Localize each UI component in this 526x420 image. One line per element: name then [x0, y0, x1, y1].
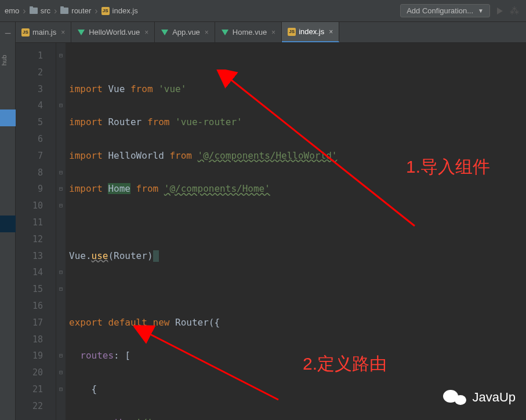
tab-app[interactable]: App.vue ×	[155, 22, 215, 42]
tab-mainjs[interactable]: JS main.js ×	[16, 22, 71, 42]
breadcrumb-item-file[interactable]: JS index.js	[99, 6, 140, 15]
left-sidebar: hub	[0, 43, 16, 420]
line-number: 5	[16, 114, 56, 131]
svg-line-1	[229, 78, 415, 226]
chevron-down-icon: ▼	[478, 8, 484, 14]
tab-label: index.js	[299, 27, 324, 36]
toolbar-right: Add Configuration... ▼ ⁂	[400, 4, 526, 17]
vue-file-icon	[221, 28, 229, 36]
line-highlight-marker	[0, 216, 16, 232]
line-number: 4	[16, 97, 56, 114]
line-number: 2	[16, 64, 56, 81]
line-number-gutter: 1 2 3 4 5 6 7 8 9 10 11 12 13 14 15 16 1…	[16, 43, 56, 420]
chevron-right-icon: ›	[21, 6, 27, 16]
line-number: 22	[16, 398, 56, 415]
line-number: 17	[16, 315, 56, 331]
tab-indexjs[interactable]: JS index.js ×	[282, 22, 339, 42]
breadcrumb-label: index.js	[113, 6, 138, 15]
fold-marker-icon[interactable]: ⊟	[56, 348, 66, 364]
fold-marker-icon[interactable]: ⊟	[56, 165, 66, 181]
breadcrumb-item-router[interactable]: router	[58, 6, 93, 15]
fold-marker-icon[interactable]: ⊟	[56, 264, 66, 281]
tab-helloworld[interactable]: HelloWorld.vue ×	[71, 22, 155, 42]
config-label: Add Configuration...	[407, 6, 473, 15]
fold-gutter: ⊟ ⊟ ⊟ ⊟ ⊟ ⊟ ⊟ ⊟ ⊟ ⊟	[56, 43, 66, 420]
close-icon[interactable]: ×	[271, 28, 275, 36]
line-number: 18	[16, 331, 56, 348]
line-number: 11	[16, 214, 56, 231]
line-number: 20	[16, 364, 56, 381]
tab-label: HelloWorld.vue	[89, 28, 140, 36]
fold-marker-icon[interactable]: ⊟	[56, 181, 66, 198]
annotation-text-1: 1.导入组件	[406, 155, 490, 179]
line-number: 16	[16, 298, 56, 315]
run-config-dropdown[interactable]: Add Configuration... ▼	[400, 4, 490, 17]
tab-label: Home.vue	[233, 28, 267, 36]
sidebar-tab[interactable]: hub	[1, 55, 8, 65]
line-number: 21	[16, 381, 56, 398]
debug-icon[interactable]: ⁂	[510, 5, 519, 16]
fold-marker-icon[interactable]: ⊟	[56, 97, 66, 114]
line-number: 15	[16, 281, 56, 298]
js-file-icon: JS	[21, 28, 30, 36]
watermark-text: JavaUp	[472, 390, 516, 405]
breadcrumb-item-project[interactable]: emo	[2, 6, 21, 15]
fold-marker-icon[interactable]: ⊟	[56, 281, 66, 298]
editor-tabs: JS main.js × HelloWorld.vue × App.vue × …	[16, 22, 526, 43]
fold-marker-icon[interactable]: ⊟	[56, 48, 66, 64]
vue-file-icon	[161, 28, 169, 36]
line-number: 1	[16, 48, 56, 64]
line-number: 13	[16, 248, 56, 265]
project-toggle[interactable]: —	[0, 22, 16, 43]
line-number: 14	[16, 264, 56, 281]
close-icon[interactable]: ×	[205, 28, 209, 36]
breadcrumb-label: src	[41, 6, 50, 15]
line-number: 9	[16, 181, 56, 198]
chevron-right-icon: ›	[93, 6, 99, 16]
tab-label: main.js	[32, 28, 56, 36]
chevron-right-icon: ›	[53, 6, 58, 16]
fold-marker-icon[interactable]: ⊟	[56, 364, 66, 381]
js-file-icon: JS	[101, 7, 110, 15]
line-highlight-marker	[0, 109, 16, 126]
close-icon[interactable]: ×	[329, 28, 333, 36]
fold-marker-icon[interactable]: ⊟	[56, 198, 66, 214]
line-number: 12	[16, 231, 56, 248]
wechat-icon	[443, 389, 466, 406]
fold-marker-icon[interactable]: ⊟	[56, 381, 66, 398]
watermark: JavaUp	[443, 389, 516, 406]
folder-icon	[30, 8, 38, 14]
breadcrumb-item-src[interactable]: src	[27, 6, 53, 15]
line-number: 7	[16, 148, 56, 165]
close-icon[interactable]: ×	[144, 28, 148, 36]
left-gutter-top: —	[0, 22, 16, 43]
vue-file-icon	[77, 28, 85, 36]
top-toolbar: emo › src › router › JS index.js Add Con…	[0, 0, 526, 22]
run-icon[interactable]	[497, 8, 503, 14]
breadcrumb: emo › src › router › JS index.js	[0, 6, 400, 16]
line-number: 19	[16, 348, 56, 364]
line-number: 10	[16, 198, 56, 214]
tab-label: App.vue	[172, 28, 200, 36]
annotation-arrow-icon	[133, 324, 307, 417]
js-file-icon: JS	[288, 28, 296, 36]
breadcrumb-label: router	[71, 6, 91, 15]
annotation-arrow-icon	[215, 70, 429, 243]
annotation-text-2: 2.定义路由	[303, 352, 387, 376]
line-number: 8	[16, 165, 56, 181]
breadcrumb-label: emo	[5, 6, 19, 15]
folder-icon	[60, 8, 68, 14]
tab-home[interactable]: Home.vue ×	[215, 22, 282, 42]
line-number: 6	[16, 131, 56, 148]
close-icon[interactable]: ×	[61, 28, 65, 36]
line-number: 3	[16, 81, 56, 98]
svg-line-3	[148, 333, 278, 400]
